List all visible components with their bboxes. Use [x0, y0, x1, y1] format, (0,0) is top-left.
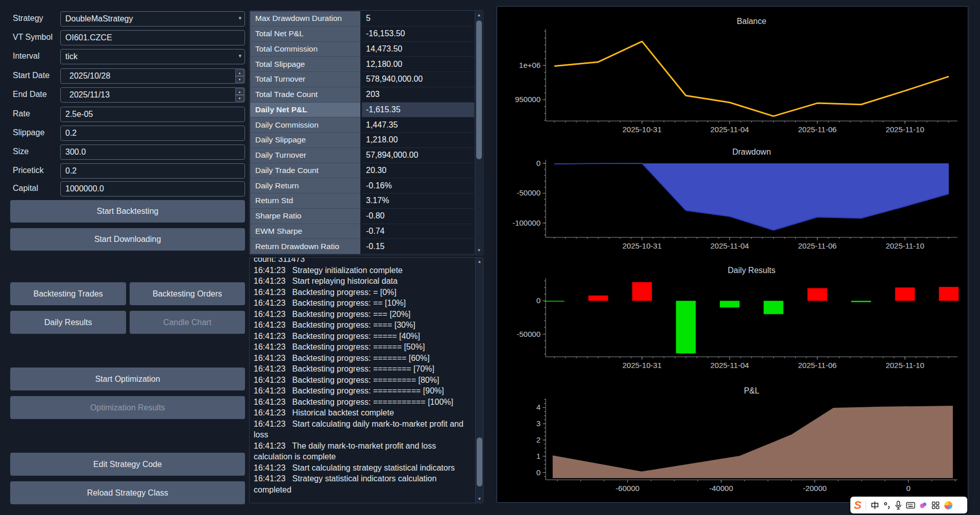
table-row[interactable]: Total Turnover578,940,000.00 [250, 72, 474, 87]
stat-value[interactable]: 203 [362, 87, 474, 103]
table-row[interactable]: Daily Net P&L-1,615.35 [250, 103, 474, 118]
stat-value[interactable]: 12,180.00 [362, 57, 474, 72]
daily-results-chart[interactable]: 2025-10-312025-11-042025-11-062025-11-10… [497, 256, 968, 377]
stat-label[interactable]: Daily Net P&L [250, 103, 360, 118]
stat-label[interactable]: Sharpe Ratio [250, 209, 360, 224]
reload-strategy-class-button[interactable]: Reload Strategy Class [10, 481, 245, 504]
vt-symbol-input[interactable]: OI601.CZCE [60, 30, 245, 45]
stat-label[interactable]: EWM Sharpe [250, 224, 360, 239]
chinese-mode-icon[interactable] [870, 501, 879, 510]
stat-value[interactable]: 20.30 [362, 163, 474, 179]
spin-up-icon[interactable]: ▲ [235, 69, 244, 76]
stat-value[interactable]: -0.16% [362, 178, 474, 193]
stat-label[interactable]: Daily Commission [250, 117, 360, 133]
stat-label[interactable]: Total Net P&L [250, 27, 360, 42]
stat-label[interactable]: Daily Trade Count [250, 163, 360, 179]
spin-down-icon[interactable]: ▼ [235, 95, 244, 102]
stat-value[interactable]: 1,218.00 [362, 133, 474, 148]
table-row[interactable]: Daily Commission1,447.35 [250, 117, 474, 133]
stat-label[interactable]: Total Trade Count [250, 87, 360, 103]
table-row[interactable]: Daily Slippage1,218.00 [250, 133, 474, 148]
stat-value[interactable]: -16,153.50 [362, 27, 474, 42]
interval-select[interactable]: tick ▾ [60, 49, 245, 64]
stats-scrollbar-thumb[interactable] [476, 20, 482, 159]
table-row[interactable]: Max Drawdown Duration5 [250, 11, 474, 27]
table-row[interactable]: Total Commission14,473.50 [250, 42, 474, 57]
log-line: 16:41:23 Backtesting progress: ==== [30%… [254, 320, 464, 331]
size-input[interactable]: 300.0 [60, 144, 245, 160]
svg-text:-20000: -20000 [803, 484, 827, 493]
log-scrollbar-thumb[interactable] [477, 437, 482, 486]
table-row[interactable]: Daily Return-0.16% [250, 178, 474, 193]
stat-value[interactable]: -0.15 [362, 239, 474, 254]
stat-value[interactable]: -0.74 [362, 224, 474, 239]
rate-input[interactable]: 2.5e-05 [60, 107, 245, 122]
soft-keyboard-icon[interactable] [906, 502, 915, 509]
ime-toolbar: S [850, 497, 967, 513]
start-backtesting-button[interactable]: Start Backtesting [10, 200, 245, 223]
log-scrollbar[interactable]: ▲ ▼ [475, 258, 483, 503]
spin-down-icon[interactable]: ▼ [235, 76, 244, 83]
strategy-select[interactable]: DoubleMaStrategy ▾ [60, 11, 245, 27]
stat-value[interactable]: 578,940,000.00 [362, 72, 474, 87]
stat-value[interactable]: 3.17% [362, 193, 474, 209]
assistant-logo-icon[interactable] [944, 501, 953, 510]
svg-text:Balance: Balance [737, 17, 767, 26]
capital-input[interactable]: 1000000.0 [60, 181, 245, 197]
table-row[interactable]: Return Std3.17% [250, 193, 474, 209]
svg-text:0: 0 [536, 159, 541, 167]
drawdown-chart[interactable]: 2025-10-312025-11-042025-11-062025-11-10… [497, 139, 968, 256]
start-optimization-button[interactable]: Start Optimization [10, 367, 245, 390]
svg-text:1e+06: 1e+06 [519, 61, 541, 69]
chevron-down-icon[interactable]: ▾ [238, 15, 241, 21]
stats-scrollbar[interactable]: ▲ ▼ [475, 11, 482, 254]
stat-value[interactable]: -1,615.35 [362, 103, 474, 118]
log-line: 16:41:23 The daily mark-to-market profit… [254, 440, 464, 462]
table-row[interactable]: EWM Sharpe-0.74 [250, 224, 474, 239]
table-row[interactable]: Return Drawdown Ratio-0.15 [250, 239, 474, 254]
stat-value[interactable]: 1,447.35 [362, 117, 474, 133]
stat-label[interactable]: Total Slippage [250, 57, 360, 72]
stat-label[interactable]: Return Drawdown Ratio [250, 239, 360, 254]
table-row[interactable]: Sharpe Ratio-0.80 [250, 209, 474, 224]
table-row[interactable]: Total Slippage12,180.00 [250, 57, 474, 72]
stat-value[interactable]: 14,473.50 [362, 42, 474, 57]
stat-label[interactable]: Total Commission [250, 42, 360, 57]
backtesting-orders-button[interactable]: Backtesting Orders [130, 282, 245, 305]
microphone-icon[interactable] [895, 501, 902, 510]
backtesting-trades-button[interactable]: Backtesting Trades [10, 282, 126, 305]
punctuation-icon[interactable] [884, 501, 891, 509]
slippage-input[interactable]: 0.2 [60, 126, 245, 141]
scroll-down-icon[interactable]: ▼ [476, 495, 483, 503]
edit-strategy-code-button[interactable]: Edit Strategy Code [10, 453, 245, 476]
sogou-logo-icon[interactable]: S [854, 500, 862, 511]
pricetick-input[interactable]: 0.2 [60, 163, 245, 179]
scroll-down-icon[interactable]: ▼ [475, 247, 483, 254]
chevron-down-icon[interactable]: ▾ [238, 53, 241, 59]
stat-label[interactable]: Max Drawdown Duration [250, 11, 360, 27]
vt-symbol-label: VT Symbol [13, 33, 53, 42]
stat-label[interactable]: Return Std [250, 193, 360, 209]
start-downloading-button[interactable]: Start Downloading [10, 228, 245, 251]
table-row[interactable]: Daily Turnover57,894,000.00 [250, 148, 474, 163]
stat-value[interactable]: -0.80 [362, 209, 474, 224]
stat-value[interactable]: 5 [362, 11, 474, 27]
skin-brush-icon[interactable] [919, 501, 927, 509]
stat-label[interactable]: Daily Turnover [250, 148, 360, 163]
start-date-spinner[interactable]: 2025/10/28 ▲ ▼ [60, 68, 245, 84]
scroll-up-icon[interactable]: ▲ [476, 258, 483, 265]
stat-value[interactable]: 57,894,000.00 [362, 148, 474, 163]
table-row[interactable]: Total Net P&L-16,153.50 [250, 27, 474, 42]
table-row[interactable]: Daily Trade Count20.30 [250, 163, 474, 179]
scroll-up-icon[interactable]: ▲ [475, 11, 483, 19]
stat-label[interactable]: Daily Return [250, 178, 360, 193]
balance-chart[interactable]: 2025-10-312025-11-042025-11-062025-11-10… [497, 7, 968, 139]
stat-label[interactable]: Total Turnover [250, 72, 360, 87]
pnl-distribution-chart[interactable]: -60000-40000-20000001234P&L [497, 377, 968, 502]
end-date-spinner[interactable]: 2025/11/13 ▲ ▼ [60, 87, 245, 103]
toolbox-grid-icon[interactable] [932, 501, 940, 509]
stat-label[interactable]: Daily Slippage [250, 133, 360, 148]
spin-up-icon[interactable]: ▲ [235, 88, 244, 95]
daily-results-button[interactable]: Daily Results [10, 311, 126, 334]
table-row[interactable]: Total Trade Count203 [250, 87, 474, 103]
